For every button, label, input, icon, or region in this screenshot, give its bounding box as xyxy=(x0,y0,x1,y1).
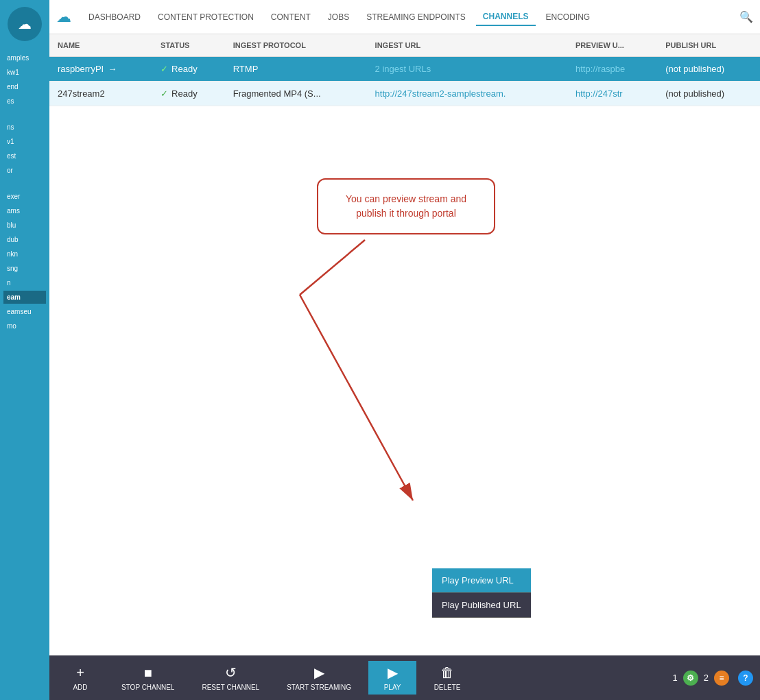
check-icon: ✓ xyxy=(161,64,168,74)
row-protocol-cell: Fragmented MP4 (S... xyxy=(225,82,367,106)
status-text: Ready xyxy=(171,64,198,74)
row-name-text: 247stream2 xyxy=(58,88,105,99)
sidebar-item-eamseu[interactable]: eamseu xyxy=(3,305,46,318)
reset-icon: ↺ xyxy=(225,664,237,681)
delete-label: DELETE xyxy=(434,684,461,691)
delete-button[interactable]: 🗑 DELETE xyxy=(423,662,471,695)
sidebar-item-or[interactable]: or xyxy=(3,164,46,177)
row-protocol-cell: RTMP xyxy=(225,57,367,82)
row-status-cell: ✓ Ready xyxy=(152,82,225,106)
col-publish-url: PUBLISH URL xyxy=(657,34,760,57)
row-publish-url-cell: (not published) xyxy=(657,82,760,106)
settings-badge[interactable]: ⚙ xyxy=(683,671,698,686)
play-icon: ▶ xyxy=(388,664,398,681)
sidebar-item-eam[interactable]: eam xyxy=(3,291,46,304)
row-ingest-url-cell: 2 ingest URLs xyxy=(367,57,567,82)
nav-channels[interactable]: CHANNELS xyxy=(476,8,536,26)
check-icon: ✓ xyxy=(161,88,168,99)
callout-text: You can preview stream and publish it th… xyxy=(346,193,466,219)
row-ingest-url-cell: http://247stream2-samplestream. xyxy=(367,82,567,106)
nav-content-protection[interactable]: CONTENT PROTECTION xyxy=(151,9,261,25)
list-badge[interactable]: ≡ xyxy=(714,671,729,686)
table-row[interactable]: 247stream2 ✓ Ready Fragmented MP4 (S... … xyxy=(49,82,760,106)
sidebar-item-est[interactable]: est xyxy=(3,149,46,162)
sidebar: ☁ amples kw1 end es ns v1 est or exer am… xyxy=(0,0,49,700)
main-content: ☁ DASHBOARD CONTENT PROTECTION CONTENT J… xyxy=(49,0,760,700)
start-streaming-label: START STREAMING xyxy=(287,684,351,691)
row-preview-url-cell: http://raspbe xyxy=(567,57,657,82)
sidebar-items: amples kw1 end es ns v1 est or exer ams … xyxy=(0,48,49,336)
nav-logo: ☁ xyxy=(56,8,71,26)
nav-content[interactable]: CONTENT xyxy=(264,9,318,25)
stop-icon: ■ xyxy=(144,665,152,681)
row-name-text: raspberryPI xyxy=(58,64,104,74)
callout-container: You can preview stream and publish it th… xyxy=(317,178,495,234)
play-dropdown-menu: Play Preview URL Play Published URL xyxy=(432,568,531,618)
table-row[interactable]: raspberryPI → ✓ Ready RTMP 2 ingest URLs… xyxy=(49,57,760,82)
top-nav: ☁ DASHBOARD CONTENT PROTECTION CONTENT J… xyxy=(49,0,760,34)
col-ingest-url: INGEST URL xyxy=(367,34,567,57)
col-status: STATUS xyxy=(152,34,225,57)
help-badge[interactable]: ? xyxy=(738,671,753,686)
sidebar-item-v1[interactable]: v1 xyxy=(3,135,46,148)
sidebar-item-blu[interactable]: blu xyxy=(3,219,46,232)
row-publish-url-cell: (not published) xyxy=(657,57,760,82)
sidebar-item-amples[interactable]: amples xyxy=(3,51,46,64)
toolbar-right: 1 ⚙ 2 ≡ ? xyxy=(673,671,753,686)
sidebar-item-dub[interactable]: dub xyxy=(3,233,46,246)
nav-encoding[interactable]: ENCODING xyxy=(539,9,597,25)
status-text: Ready xyxy=(171,88,198,99)
row-name-cell: raspberryPI → xyxy=(49,57,152,82)
row-status-cell: ✓ Ready xyxy=(152,57,225,82)
search-icon[interactable]: 🔍 xyxy=(739,10,753,23)
add-label: ADD xyxy=(73,684,87,691)
stop-label: STOP CHANNEL xyxy=(121,684,174,691)
col-preview-url: PREVIEW U... xyxy=(567,34,657,57)
start-streaming-button[interactable]: ▶ START STREAMING xyxy=(276,661,361,695)
callout-bubble: You can preview stream and publish it th… xyxy=(317,178,495,234)
reset-channel-button[interactable]: ↺ RESET CHANNEL xyxy=(191,661,270,695)
nav-jobs[interactable]: JOBS xyxy=(321,9,356,25)
sidebar-item-es[interactable]: es xyxy=(3,95,46,108)
sidebar-item-nkn[interactable]: nkn xyxy=(3,248,46,261)
add-icon: + xyxy=(76,665,84,681)
svg-line-2 xyxy=(300,295,413,500)
svg-line-1 xyxy=(300,240,365,295)
play-button[interactable]: ▶ PLAY xyxy=(368,661,416,695)
col-name: NAME xyxy=(49,34,152,57)
sidebar-item-n[interactable]: n xyxy=(3,276,46,289)
nav-dashboard[interactable]: DASHBOARD xyxy=(82,9,147,25)
add-button[interactable]: + ADD xyxy=(56,662,104,695)
sidebar-item-kw1[interactable]: kw1 xyxy=(3,66,46,79)
sidebar-item-mo[interactable]: mo xyxy=(3,319,46,333)
play-published-url-item[interactable]: Play Published URL xyxy=(432,593,531,618)
badge-count-1: 1 xyxy=(673,673,678,683)
sidebar-item-sng[interactable]: sng xyxy=(3,262,46,275)
row-name-cell: 247stream2 xyxy=(49,82,152,106)
sidebar-logo[interactable]: ☁ xyxy=(8,7,42,41)
arrow-svg xyxy=(296,233,434,528)
sidebar-item-ns[interactable]: ns xyxy=(3,121,46,134)
row-preview-url-cell: http://247str xyxy=(567,82,657,106)
nav-streaming-endpoints[interactable]: STREAMING ENDPOINTS xyxy=(359,9,473,25)
channels-table: NAME STATUS INGEST PROTOCOL INGEST URL P… xyxy=(49,34,760,106)
reset-label: RESET CHANNEL xyxy=(202,684,259,691)
table-area: NAME STATUS INGEST PROTOCOL INGEST URL P… xyxy=(49,34,760,655)
play-preview-url-item[interactable]: Play Preview URL xyxy=(432,568,531,593)
row-arrow-icon: → xyxy=(108,64,117,74)
badge-count-2: 2 xyxy=(704,673,709,683)
play-label: PLAY xyxy=(384,684,401,691)
delete-icon: 🗑 xyxy=(440,665,454,681)
col-ingest-protocol: INGEST PROTOCOL xyxy=(225,34,367,57)
bottom-toolbar: + ADD ■ STOP CHANNEL ↺ RESET CHANNEL ▶ S… xyxy=(49,655,760,700)
start-streaming-icon: ▶ xyxy=(314,664,324,681)
sidebar-item-ams[interactable]: ams xyxy=(3,204,46,217)
sidebar-item-end[interactable]: end xyxy=(3,80,46,93)
sidebar-item-exer[interactable]: exer xyxy=(3,190,46,203)
stop-channel-button[interactable]: ■ STOP CHANNEL xyxy=(111,662,185,695)
